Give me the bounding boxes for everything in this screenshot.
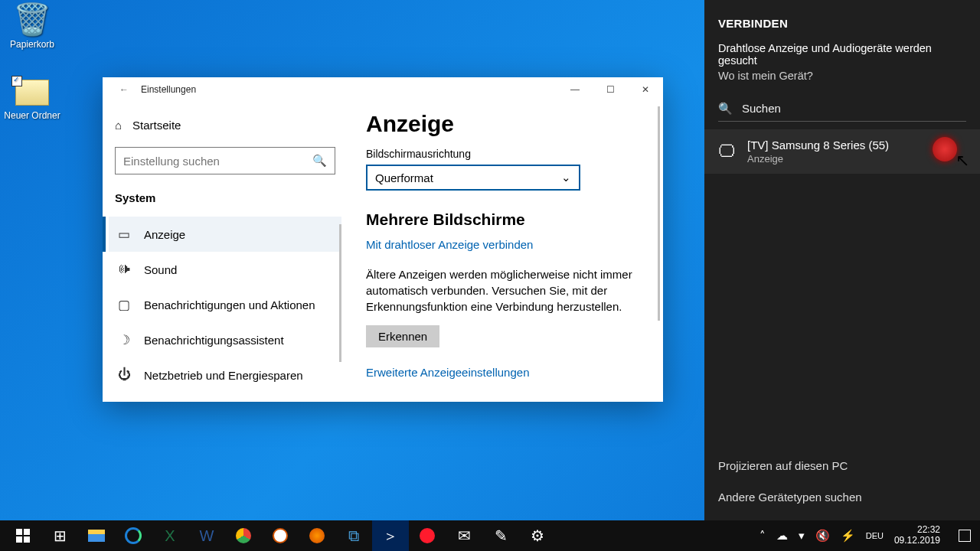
bell-icon: ▢ [116, 297, 132, 313]
content-pane: Anzeige Bildschirmausrichtung Querformat… [348, 102, 663, 402]
maximize-button[interactable]: ☐ [593, 77, 628, 102]
dropdown-value: Querformat [375, 171, 433, 184]
edge-icon [125, 527, 142, 544]
label: Benachrichtigungsassistent [144, 334, 284, 347]
sidebar-scrollbar[interactable] [339, 224, 341, 362]
windows-icon [16, 529, 30, 543]
tray-network-icon[interactable]: ⚡ [841, 529, 855, 543]
device-type: Anzeige [747, 153, 889, 165]
powershell[interactable]: ＞ [372, 520, 409, 551]
label: Netzbetrieb und Energiesparen [144, 369, 303, 382]
cursor-icon: ↖ [956, 151, 969, 171]
minimize-button[interactable]: — [557, 77, 593, 102]
project-this-pc[interactable]: Projizieren auf diesen PC [718, 450, 966, 481]
word[interactable]: W [188, 520, 225, 551]
search-placeholder: Suchen [742, 102, 781, 115]
tray-volume-icon[interactable]: 🔇 [815, 529, 830, 543]
tray-language[interactable]: DEU [866, 531, 884, 540]
connect-status: Drahtlose Anzeige und Audiogeräte werden… [718, 42, 966, 67]
sidebar-item-display[interactable]: ▭ Anzeige [109, 217, 341, 252]
sidebar-item-power[interactable]: ⏻ Netzbetrieb und Energiesparen [109, 357, 341, 393]
home-button[interactable]: ⌂ Startseite [109, 114, 341, 136]
display-icon: ▭ [116, 227, 132, 243]
tray-overflow[interactable]: ˄ [760, 529, 766, 543]
find-other-devices[interactable]: Andere Gerätetypen suchen [718, 481, 966, 513]
settings-window: ← Einstellungen — ☐ ✕ ⌂ Startseite 🔍 Sys… [103, 77, 663, 402]
content-scrollbar[interactable] [658, 106, 660, 321]
settings-search[interactable]: 🔍 [115, 147, 335, 174]
system-tray: ˄ ☁ ▾ 🔇 ⚡ DEU 22:32 09.12.2019 [760, 525, 975, 546]
search-icon: 🔍 [718, 102, 733, 116]
label: Sound [144, 263, 177, 276]
settings-taskbar[interactable]: ⚙ [519, 520, 556, 551]
window-title: Einstellungen [136, 84, 196, 95]
firefox-icon [309, 528, 325, 543]
advanced-display-link[interactable]: Erweiterte Anzeigeeinstellungen [366, 366, 645, 379]
sidebar-item-focus-assist[interactable]: ☽ Benachrichtigungsassistent [109, 322, 341, 357]
moon-icon: ☽ [116, 332, 132, 348]
taskbar: ⊞ X W ⧉ ＞ ✉ ✎ ⚙ ˄ ☁ ▾ 🔇 ⚡ DEU 22:32 09.1… [0, 520, 980, 551]
connect-wireless-link[interactable]: Mit drahtloser Anzeige verbinden [366, 238, 533, 251]
label: Benachrichtigungen und Aktionen [144, 298, 315, 311]
device-item-tv[interactable]: 🖵 [TV] Samsung 8 Series (55) Anzeige ↖ [704, 129, 980, 174]
description-text: Ältere Anzeigen werden möglicherweise ni… [366, 266, 642, 315]
app-orange[interactable] [262, 520, 299, 551]
where-is-device-link[interactable]: Wo ist mein Gerät? [718, 70, 966, 82]
connect-panel: VERBINDEN Drahtlose Anzeige und Audioger… [704, 0, 980, 520]
start-button[interactable] [5, 520, 41, 551]
clock-time: 22:32 [894, 525, 940, 536]
back-button[interactable]: ← [112, 84, 136, 95]
search-input[interactable] [123, 155, 312, 168]
app-icon [273, 528, 288, 543]
titlebar[interactable]: ← Einstellungen — ☐ ✕ [103, 77, 663, 102]
explorer-icon [88, 530, 105, 542]
orientation-label: Bildschirmausrichtung [366, 148, 645, 160]
opera-icon [420, 528, 435, 543]
label: Startseite [132, 119, 181, 132]
detect-button[interactable]: Erkennen [366, 325, 439, 347]
section-multiple-displays: Mehrere Bildschirme [366, 210, 645, 229]
file-explorer[interactable] [78, 520, 115, 551]
sidebar: ⌂ Startseite 🔍 System ▭ Anzeige 🕪 Sound [103, 102, 348, 402]
edge-browser[interactable] [115, 520, 152, 551]
chrome[interactable] [225, 520, 262, 551]
task-view-button[interactable]: ⊞ [41, 520, 78, 551]
close-button[interactable]: ✕ [628, 77, 663, 102]
chrome-icon [236, 528, 251, 543]
folder-icon [15, 80, 49, 106]
device-name: [TV] Samsung 8 Series (55) [747, 139, 889, 152]
connect-title: VERBINDEN [718, 17, 966, 30]
tray-defender-icon[interactable]: ▾ [799, 529, 805, 543]
notes[interactable]: ✎ [482, 520, 519, 551]
chevron-down-icon: ⌄ [561, 171, 571, 184]
orientation-dropdown[interactable]: Querformat ⌄ [366, 165, 580, 191]
recycle-bin[interactable]: 🗑️ Papierkorb [2, 2, 63, 50]
page-title: Anzeige [366, 111, 645, 137]
opera[interactable] [409, 520, 446, 551]
excel[interactable]: X [152, 520, 188, 551]
taskbar-clock[interactable]: 22:32 09.12.2019 [894, 525, 940, 546]
app-blue[interactable]: ⧉ [335, 520, 372, 551]
sidebar-item-notifications[interactable]: ▢ Benachrichtigungen und Aktionen [109, 287, 341, 322]
action-center-button[interactable] [959, 530, 971, 542]
label: Papierkorb [10, 39, 54, 50]
sidebar-item-sound[interactable]: 🕪 Sound [109, 252, 341, 287]
label: Neuer Ordner [4, 110, 60, 121]
label: Anzeige [144, 228, 185, 241]
tv-icon: 🖵 [718, 142, 735, 161]
clock-date: 09.12.2019 [894, 536, 940, 546]
mail[interactable]: ✉ [446, 520, 482, 551]
sidebar-category: System [115, 191, 335, 204]
tray-cloud-icon[interactable]: ☁ [776, 529, 788, 543]
home-icon: ⌂ [115, 119, 122, 132]
new-folder[interactable]: Neuer Ordner [2, 77, 63, 121]
trash-icon: 🗑️ [2, 2, 63, 37]
search-icon: 🔍 [312, 154, 327, 168]
power-icon: ⏻ [116, 367, 132, 383]
active-indicator [103, 217, 106, 252]
click-indicator [933, 137, 957, 161]
firefox[interactable] [299, 520, 335, 551]
sidebar-items: ▭ Anzeige 🕪 Sound ▢ Benachrichtigungen u… [109, 217, 341, 393]
speaker-icon: 🕪 [116, 262, 132, 277]
device-search[interactable]: 🔍 Suchen [718, 96, 966, 122]
